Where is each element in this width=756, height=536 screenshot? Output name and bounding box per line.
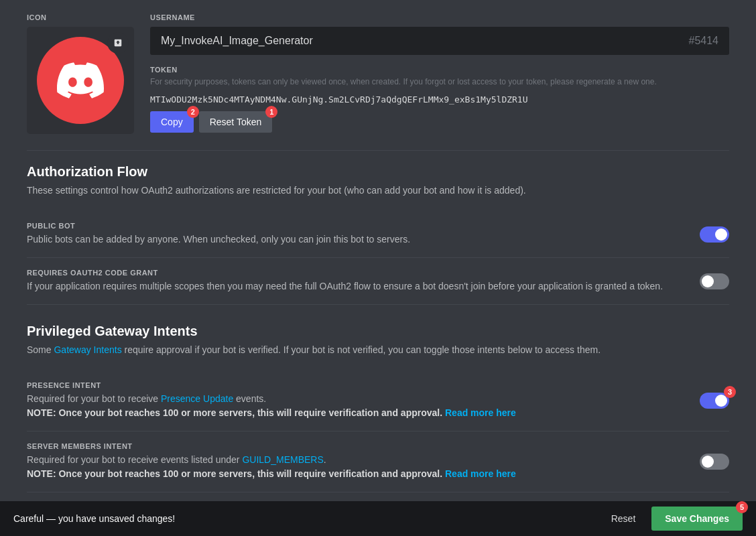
server-members-note: NOTE: Once your bot reaches 100 or more … [27, 468, 516, 479]
discriminator: #5414 [689, 35, 730, 47]
icon-container[interactable] [27, 27, 134, 134]
divider-1 [27, 150, 729, 151]
reset-bar-button[interactable]: Reset [601, 508, 647, 529]
server-members-label: SERVER MEMBERS INTENT [27, 442, 673, 450]
notification-text: Careful — you have unsaved changes! [13, 513, 601, 524]
presence-intent-label: PRESENCE INTENT [27, 381, 673, 389]
public-bot-slider [700, 226, 729, 243]
server-members-description: Required for your bot to receive events … [27, 453, 673, 481]
public-bot-label: PUBLIC BOT [27, 222, 673, 230]
server-members-row: SERVER MEMBERS INTENT Required for your … [27, 431, 729, 492]
presence-intent-content: PRESENCE INTENT Required for your bot to… [27, 381, 700, 420]
authorization-flow-description: These settings control how OAuth2 author… [27, 184, 729, 198]
username-input[interactable] [150, 27, 689, 55]
public-bot-description: Public bots can be added by anyone. When… [27, 232, 673, 247]
guild-members-link[interactable]: GUILD_MEMBERS [242, 454, 323, 465]
icon-section: ICON [27, 13, 134, 134]
copy-token-button[interactable]: Copy 2 [150, 111, 194, 133]
save-badge: 5 [736, 501, 748, 513]
token-buttons: Copy 2 Reset Token 1 [150, 111, 729, 133]
gateway-desc-before: Some [27, 344, 54, 355]
presence-update-link[interactable]: Presence Update [161, 393, 233, 404]
presence-intent-description: Required for your bot to receive Presenc… [27, 392, 673, 420]
oauth2-description: If your application requires multiple sc… [27, 279, 673, 293]
public-bot-content: PUBLIC BOT Public bots can be added by a… [27, 222, 700, 247]
reset-token-badge: 1 [265, 106, 277, 118]
server-members-content: SERVER MEMBERS INTENT Required for your … [27, 442, 700, 481]
username-token-section: USERNAME #5414 TOKEN For security purpos… [150, 13, 729, 134]
gateway-intents-link[interactable]: Gateway Intents [54, 344, 121, 355]
oauth2-toggle[interactable] [700, 273, 729, 289]
username-input-container: #5414 [150, 27, 729, 55]
username-label: USERNAME [150, 13, 729, 21]
server-members-slider [700, 454, 729, 470]
oauth2-label: REQUIRES OAUTH2 CODE GRANT [27, 269, 673, 277]
save-changes-button[interactable]: Save Changes 5 [651, 507, 743, 531]
discord-logo-icon [57, 57, 104, 104]
token-label: TOKEN [150, 66, 729, 74]
presence-intent-row: PRESENCE INTENT Required for your bot to… [27, 371, 729, 431]
gateway-title: Privileged Gateway Intents [27, 324, 729, 339]
oauth2-content: REQUIRES OAUTH2 CODE GRANT If your appli… [27, 269, 700, 293]
token-description: For security purposes, tokens can only b… [150, 76, 729, 88]
gateway-desc-after: require approval if your bot is verified… [122, 344, 601, 355]
presence-note: NOTE: Once your bot reaches 100 or more … [27, 407, 516, 418]
server-members-read-more-link[interactable]: Read more here [445, 468, 516, 479]
presence-badge: 3 [724, 386, 736, 398]
upload-icon [113, 38, 123, 48]
token-value: MTIwODU2Mzk5NDc4MTAyNDM4Nw.GUnjNg.Sm2LCv… [150, 94, 729, 105]
gateway-description: Some Gateway Intents require approval if… [27, 343, 729, 357]
notification-bar: Careful — you have unsaved changes! Rese… [0, 501, 756, 536]
presence-read-more-link[interactable]: Read more here [445, 407, 516, 418]
authorization-flow-section: Authorization Flow These settings contro… [27, 164, 729, 305]
copy-badge: 2 [187, 106, 199, 118]
top-section: ICON USERNAME #5414 [27, 13, 729, 134]
authorization-flow-title: Authorization Flow [27, 164, 729, 180]
reset-token-button[interactable]: Reset Token 1 [199, 111, 273, 133]
oauth2-slider [700, 273, 729, 289]
icon-upload-button[interactable] [107, 32, 129, 54]
server-members-toggle[interactable] [700, 454, 729, 470]
public-bot-toggle[interactable] [700, 226, 729, 243]
oauth2-row: REQUIRES OAUTH2 CODE GRANT If your appli… [27, 258, 729, 305]
public-bot-row: PUBLIC BOT Public bots can be added by a… [27, 211, 729, 258]
icon-label: ICON [27, 13, 134, 21]
